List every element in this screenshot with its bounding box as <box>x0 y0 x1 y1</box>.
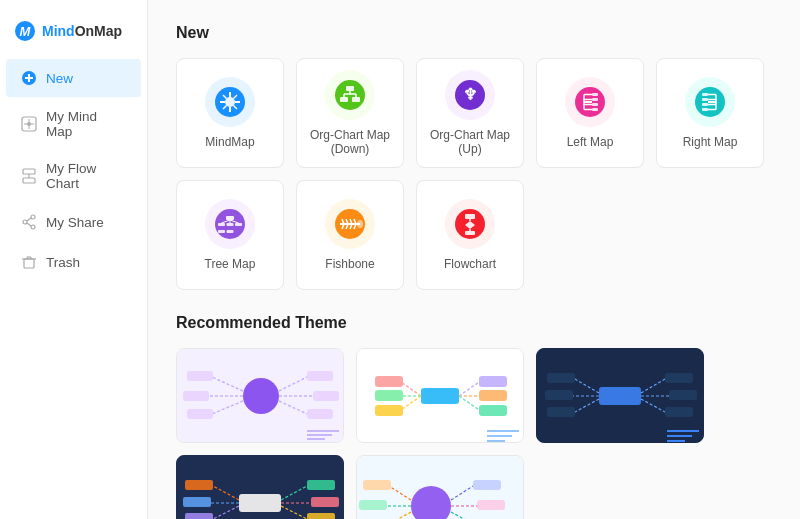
flow-chart-icon <box>20 167 38 185</box>
svg-rect-131 <box>599 387 641 405</box>
map-card-left-map[interactable]: Left Map <box>536 58 644 168</box>
svg-rect-143 <box>665 407 693 417</box>
svg-point-16 <box>23 220 27 224</box>
svg-point-6 <box>27 122 31 126</box>
trash-icon <box>20 253 38 271</box>
logo: M MindOnMap <box>0 10 147 58</box>
sidebar-label-new: New <box>46 71 73 86</box>
svg-rect-119 <box>375 390 403 401</box>
svg-rect-49 <box>592 108 598 111</box>
svg-rect-48 <box>592 103 598 106</box>
map-card-right-map[interactable]: Right Map <box>656 58 764 168</box>
sidebar: M MindOnMap New My Mind Map My Flow Char… <box>0 0 148 519</box>
svg-rect-60 <box>702 103 708 106</box>
theme-5-svg <box>357 456 524 519</box>
svg-rect-91 <box>465 214 475 219</box>
sidebar-item-trash[interactable]: Trash <box>6 243 141 281</box>
svg-point-14 <box>31 215 35 219</box>
themes-grid <box>176 348 772 519</box>
svg-rect-74 <box>218 230 225 233</box>
svg-rect-72 <box>227 223 234 226</box>
theme-3-svg <box>537 349 704 443</box>
logo-icon: M <box>14 20 36 42</box>
svg-point-15 <box>31 225 35 229</box>
new-section-title: New <box>176 24 772 42</box>
svg-rect-19 <box>24 259 34 268</box>
svg-rect-120 <box>375 405 403 416</box>
svg-rect-93 <box>465 231 475 235</box>
theme-card-2[interactable] <box>356 348 524 443</box>
sidebar-item-my-flow-chart[interactable]: My Flow Chart <box>6 151 141 201</box>
svg-rect-108 <box>313 391 339 401</box>
org-down-label: Org-Chart Map (Down) <box>297 128 403 156</box>
recommended-theme-title: Recommended Theme <box>176 314 772 332</box>
svg-rect-47 <box>592 98 598 101</box>
map-card-flowchart[interactable]: Flowchart <box>416 180 524 290</box>
svg-rect-35 <box>346 86 354 91</box>
tree-map-icon-circle <box>205 199 255 249</box>
theme-card-1[interactable] <box>176 348 344 443</box>
left-map-icon-circle <box>565 77 615 127</box>
svg-rect-37 <box>352 97 360 102</box>
flowchart-icon-circle <box>445 199 495 249</box>
svg-rect-137 <box>547 407 575 417</box>
svg-rect-170 <box>359 500 387 510</box>
svg-rect-159 <box>311 497 339 507</box>
svg-line-18 <box>27 223 31 226</box>
logo-text: MindOnMap <box>42 23 122 39</box>
svg-rect-36 <box>340 97 348 102</box>
svg-point-89 <box>357 220 363 228</box>
svg-rect-118 <box>375 376 403 387</box>
svg-rect-62 <box>702 93 708 96</box>
sidebar-item-my-mind-map[interactable]: My Mind Map <box>6 99 141 149</box>
svg-rect-148 <box>239 494 281 512</box>
sidebar-label-my-flow-chart: My Flow Chart <box>46 161 127 191</box>
svg-rect-70 <box>226 216 234 220</box>
svg-rect-103 <box>187 409 213 419</box>
right-map-label: Right Map <box>683 135 738 149</box>
org-up-label: Org-Chart Map (Up) <box>417 128 523 156</box>
theme-2-svg <box>357 349 524 443</box>
svg-rect-102 <box>183 391 209 401</box>
svg-rect-136 <box>545 390 573 400</box>
plus-icon <box>20 69 38 87</box>
share-icon <box>20 213 38 231</box>
mindmap-icon-circle <box>205 77 255 127</box>
theme-card-4[interactable] <box>176 455 344 519</box>
theme-card-3[interactable] <box>536 348 704 443</box>
sidebar-label-trash: Trash <box>46 255 80 270</box>
svg-rect-169 <box>363 480 391 490</box>
map-card-org-up[interactable]: ♆ Org-Chart Map (Up) <box>416 58 524 168</box>
map-card-fishbone[interactable]: Fishbone <box>296 180 404 290</box>
svg-rect-158 <box>307 480 335 490</box>
fishbone-icon-circle <box>325 199 375 249</box>
fishbone-label: Fishbone <box>325 257 374 271</box>
mindmap-label: MindMap <box>205 135 254 149</box>
svg-rect-107 <box>307 371 333 381</box>
svg-rect-114 <box>421 388 459 404</box>
svg-rect-61 <box>702 108 708 111</box>
svg-point-97 <box>243 378 279 414</box>
svg-rect-125 <box>479 390 507 401</box>
sidebar-item-new[interactable]: New <box>6 59 141 97</box>
theme-4-svg <box>177 456 344 519</box>
theme-card-5[interactable] <box>356 455 524 519</box>
svg-rect-11 <box>23 169 35 174</box>
svg-rect-135 <box>547 373 575 383</box>
svg-rect-176 <box>477 500 505 510</box>
svg-rect-12 <box>23 178 35 183</box>
map-card-mindmap[interactable]: MindMap <box>176 58 284 168</box>
map-card-org-down[interactable]: Org-Chart Map (Down) <box>296 58 404 168</box>
mind-map-icon <box>20 115 38 133</box>
map-types-grid: MindMap Org-Chart Map (Down) ♆ Org-Chart… <box>176 58 772 290</box>
svg-line-17 <box>27 218 31 221</box>
svg-rect-50 <box>592 93 598 96</box>
theme-1-svg <box>177 349 344 443</box>
main-content: New MindMap Org-Chart Map (Down) ♆ Org-C… <box>148 0 800 519</box>
svg-text:♆: ♆ <box>463 86 477 103</box>
svg-rect-142 <box>669 390 697 400</box>
sidebar-item-my-share[interactable]: My Share <box>6 203 141 241</box>
map-card-tree-map[interactable]: Tree Map <box>176 180 284 290</box>
svg-rect-160 <box>307 513 335 519</box>
tree-map-label: Tree Map <box>205 257 256 271</box>
